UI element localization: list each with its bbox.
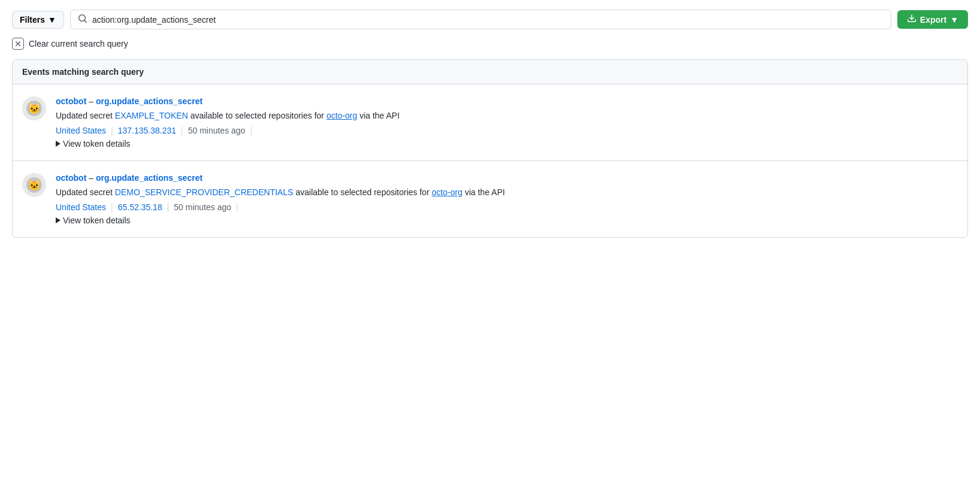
download-icon <box>907 14 917 25</box>
event-action-link[interactable]: org.update_actions_secret <box>96 173 202 183</box>
event-meta: United States | 65.52.35.18 | 50 minutes… <box>56 202 958 212</box>
event-separator: – <box>89 96 96 106</box>
chevron-down-icon: ▼ <box>48 15 56 25</box>
meta-separator-2: | <box>181 126 183 135</box>
org-link[interactable]: octo-org <box>432 187 462 197</box>
event-separator: – <box>89 173 96 183</box>
results-container: Events matching search query 🐱 octobot –… <box>12 59 968 238</box>
view-token-button[interactable]: View token details <box>56 139 131 148</box>
svg-text:🐱: 🐱 <box>28 102 41 115</box>
event-content: octobot – org.update_actions_secret Upda… <box>56 96 958 148</box>
view-token-button[interactable]: View token details <box>56 216 131 225</box>
avatar: 🐱 <box>22 173 46 197</box>
event-time: 50 minutes ago <box>188 126 246 135</box>
ip-link[interactable]: 137.135.38.231 <box>118 126 176 135</box>
export-chevron-icon: ▼ <box>950 15 958 25</box>
event-meta: United States | 137.135.38.231 | 50 minu… <box>56 126 958 135</box>
clear-icon <box>12 38 24 50</box>
event-time: 50 minutes ago <box>174 202 231 212</box>
clear-search-label: Clear current search query <box>29 39 128 49</box>
search-icon <box>78 14 87 25</box>
triangle-icon <box>56 141 61 147</box>
secret-name: EXAMPLE_TOKEN <box>115 111 188 120</box>
meta-separator-3: | <box>250 126 252 135</box>
search-input[interactable] <box>92 15 884 25</box>
event-row: 🐱 octobot – org.update_actions_secret Up… <box>13 161 967 237</box>
event-row: 🐱 octobot – org.update_actions_secret Up… <box>13 84 967 161</box>
event-description: Updated secret DEMO_SERVICE_PROVIDER_CRE… <box>56 186 958 199</box>
clear-search-row[interactable]: Clear current search query <box>12 38 968 50</box>
ip-link[interactable]: 65.52.35.18 <box>118 202 162 212</box>
location-link[interactable]: United States <box>56 126 106 135</box>
event-user-link[interactable]: octobot <box>56 173 86 183</box>
event-title: octobot – org.update_actions_secret <box>56 173 958 183</box>
event-content: octobot – org.update_actions_secret Upda… <box>56 173 958 225</box>
avatar: 🐱 <box>22 96 46 120</box>
view-token-label: View token details <box>63 139 131 148</box>
meta-separator: | <box>111 202 113 212</box>
toolbar: Filters ▼ Export ▼ <box>12 10 968 29</box>
event-user-link[interactable]: octobot <box>56 96 86 106</box>
search-bar <box>70 10 891 29</box>
event-description: Updated secret EXAMPLE_TOKEN available t… <box>56 110 958 122</box>
event-title: octobot – org.update_actions_secret <box>56 96 958 106</box>
export-label: Export <box>920 15 946 25</box>
filters-label: Filters <box>20 15 45 25</box>
results-header: Events matching search query <box>13 60 967 84</box>
meta-separator-3: | <box>236 202 238 212</box>
triangle-icon <box>56 217 61 223</box>
secret-name: DEMO_SERVICE_PROVIDER_CREDENTIALS <box>115 187 294 197</box>
org-link[interactable]: octo-org <box>326 111 357 120</box>
meta-separator-2: | <box>167 202 170 212</box>
export-button[interactable]: Export ▼ <box>897 10 968 29</box>
svg-text:🐱: 🐱 <box>28 178 41 192</box>
filters-button[interactable]: Filters ▼ <box>12 11 64 29</box>
view-token-label: View token details <box>63 216 131 225</box>
event-action-link[interactable]: org.update_actions_secret <box>96 96 202 106</box>
location-link[interactable]: United States <box>56 202 106 212</box>
meta-separator: | <box>111 126 113 135</box>
